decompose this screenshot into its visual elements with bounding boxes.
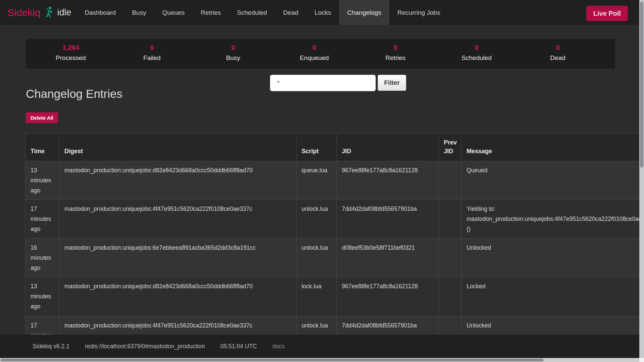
message-line: Queued [467, 165, 644, 175]
nav-tab-dashboard[interactable]: Dashboard [76, 0, 124, 25]
nav-tab-scheduled[interactable]: Scheduled [229, 0, 275, 25]
changelog-row: 17 minutes agomastodon_production:unique… [25, 200, 644, 239]
stat-label: Dead [517, 52, 598, 64]
stat-label: Scheduled [436, 52, 517, 64]
column-header-time: Time [25, 133, 59, 161]
filter-button[interactable]: Filter [378, 75, 406, 91]
jid-cell-text: 967ee88fe177a8c8a1621128 [342, 283, 418, 290]
digest-cell-text: mastodon_production:uniquejobs:6e7ebbeea… [64, 244, 256, 251]
column-header-digest: Digest [59, 133, 297, 161]
script-cell: unlock.lua [297, 239, 337, 277]
message-cell: Queued [462, 161, 644, 200]
redis-url: redis://localhost:6379/0#mastodon_produc… [85, 343, 205, 350]
nav-tab-busy[interactable]: Busy [124, 0, 154, 25]
message-line: Locked [467, 281, 644, 291]
column-header-script: Script [297, 133, 337, 161]
filter-form: Filter [270, 75, 406, 91]
message-cell: Locked [462, 277, 644, 316]
stat-retries[interactable]: 0Retries [355, 43, 436, 69]
stat-value: 0 [355, 43, 436, 52]
table-header-row: TimeDigestScriptJIDPrev JIDMessage [25, 133, 644, 161]
nav-tab-dead[interactable]: Dead [275, 0, 306, 25]
time-cell: 13 minutes ago [25, 161, 59, 200]
stat-label: Processed [30, 52, 111, 64]
stat-processed[interactable]: 1,264Processed [30, 43, 111, 69]
stat-label: Retries [355, 52, 436, 64]
horizontal-scrollbar-track[interactable] [0, 358, 639, 362]
time-cell: 13 minutes ago [25, 277, 59, 316]
jid-cell: d08eef53b0e58f711bef0321 [337, 239, 439, 277]
vertical-scrollbar-thumb[interactable] [640, 2, 643, 168]
script-cell-text: unlock.lua [302, 322, 328, 329]
prev-jid-cell [439, 200, 462, 239]
script-cell-text: unlock.lua [302, 205, 328, 212]
time-cell: 16 minutes ago [25, 239, 59, 277]
jid-cell: 967ee88fe177a8c8a1621128 [337, 161, 439, 200]
digest-cell-text: mastodon_production:uniquejobs:4f47e951c… [64, 322, 252, 329]
stat-failed[interactable]: 0Failed [111, 43, 193, 69]
jid-cell: 967ee88fe177a8c8a1621128 [337, 277, 439, 316]
live-poll-button[interactable]: Live Poll [586, 6, 628, 21]
script-cell-text: lock.lua [302, 283, 321, 290]
column-header-prev-jid: Prev JID [439, 133, 462, 161]
sidekiq-version: Sidekiq v6.2.1 [33, 343, 69, 350]
docs-link[interactable]: docs [272, 343, 285, 350]
nav-tab-recurring-jobs[interactable]: Recurring Jobs [389, 0, 448, 25]
digest-cell-text: mastodon_production:uniquejobs:d82e8423d… [64, 283, 253, 290]
scrollbar-corner [639, 358, 644, 362]
jid-cell: 7dd4d2daf08bfd55657901ba [337, 200, 439, 239]
digest-cell: mastodon_production:uniquejobs:6e7ebbeea… [59, 239, 297, 277]
stat-enqueued[interactable]: 0Enqueued [274, 43, 355, 69]
delete-all-button[interactable]: Delete All [26, 112, 58, 123]
stat-scheduled[interactable]: 0Scheduled [436, 43, 517, 69]
digest-cell: mastodon_production:uniquejobs:d82e8423d… [59, 161, 297, 200]
jid-cell-text: 7dd4d2daf08bfd55657901ba [342, 205, 417, 212]
nav-tabs: DashboardBusyQueuesRetriesScheduledDeadL… [76, 0, 448, 25]
digest-cell: mastodon_production:uniquejobs:4f47e951c… [59, 200, 297, 239]
filter-input[interactable] [270, 75, 376, 91]
script-cell: queue.lua [297, 161, 337, 200]
stat-label: Failed [111, 52, 193, 64]
top-navbar: Sidekiq idle DashboardBusyQueuesRetriesS… [0, 0, 644, 25]
stat-value: 1,264 [30, 43, 111, 52]
message-line: Yielding to: [467, 204, 644, 214]
sidekiq-changelogs-page: Sidekiq idle DashboardBusyQueuesRetriesS… [0, 0, 644, 362]
changelog-row: 13 minutes agomastodon_production:unique… [25, 161, 644, 200]
digest-cell: mastodon_production:uniquejobs:d82e8423d… [59, 277, 297, 316]
stat-value: 0 [274, 43, 355, 52]
message-line: Unlocked [467, 320, 644, 330]
prev-jid-cell [439, 277, 462, 316]
message-line: Unlocked [467, 243, 644, 253]
nav-tab-changelogs[interactable]: Changelogs [339, 0, 389, 25]
prev-jid-cell [439, 161, 462, 200]
changelog-row: 13 minutes agomastodon_production:unique… [25, 277, 644, 316]
stat-dead[interactable]: 0Dead [517, 43, 598, 69]
footer-bar: Sidekiq v6.2.1 redis://localhost:6379/0#… [0, 335, 644, 358]
nav-tab-locks[interactable]: Locks [307, 0, 339, 25]
stat-busy[interactable]: 0Busy [193, 43, 274, 69]
script-cell: unlock.lua [297, 200, 337, 239]
script-cell-text: unlock.lua [302, 244, 328, 251]
message-line: () [467, 224, 644, 234]
vertical-scrollbar-track[interactable] [639, 0, 644, 358]
nav-tab-queues[interactable]: Queues [154, 0, 193, 25]
time-cell: 17 minutes ago [25, 200, 59, 239]
script-cell-text: queue.lua [302, 167, 327, 174]
jid-cell-text: 7dd4d2daf08bfd55657901ba [342, 322, 417, 329]
horizontal-scrollbar-thumb[interactable] [1, 359, 543, 361]
jid-cell-text: 967ee88fe177a8c8a1621128 [342, 167, 418, 174]
changelog-row: 16 minutes agomastodon_production:unique… [25, 239, 644, 277]
column-header-jid: JID [337, 133, 439, 161]
table-body: 13 minutes agomastodon_production:unique… [25, 161, 644, 362]
brand-area: Sidekiq idle [0, 0, 71, 25]
changelog-table: TimeDigestScriptJIDPrev JIDMessage 13 mi… [25, 133, 644, 362]
message-line: mastodon_production:uniquejobs:4f47e951c… [467, 214, 644, 224]
stat-label: Busy [193, 52, 274, 64]
column-header-message: Message [462, 133, 644, 161]
script-cell: lock.lua [297, 277, 337, 316]
stat-value: 0 [436, 43, 517, 52]
sidekiq-brand[interactable]: Sidekiq [7, 7, 40, 18]
digest-cell-text: mastodon_production:uniquejobs:4f47e951c… [64, 205, 252, 212]
nav-tab-retries[interactable]: Retries [193, 0, 229, 25]
digest-cell-text: mastodon_production:uniquejobs:d82e8423d… [64, 167, 253, 174]
